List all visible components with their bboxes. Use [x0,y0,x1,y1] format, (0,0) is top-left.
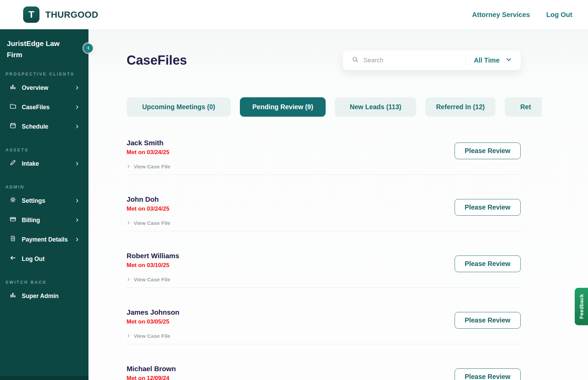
view-case-file-link[interactable]: View Case File [127,276,455,283]
sidebar-footer-strip [0,376,88,380]
gear-icon [10,196,16,205]
case-row: James Johnson Met on 03/05/25 View Case … [127,288,521,344]
section-switch-back: SWITCH BACK [5,280,83,285]
sidebar-item-label: Log Out [22,255,45,263]
view-case-file-label: View Case File [134,163,170,170]
case-info: Michael Brown Met on 12/09/24 View Case … [127,364,455,380]
please-review-button[interactable]: Please Review [455,312,521,329]
sidebar-item-label: Overview [22,84,48,92]
folder-icon [10,103,16,111]
chevron-left-icon [86,45,91,51]
search-input[interactable] [363,56,463,64]
sidebar-item-billing[interactable]: Billing [0,210,88,230]
sidebar-item-casefiles[interactable]: CaseFiles [0,97,88,117]
tab-clipped[interactable]: Ret [505,97,542,117]
case-row: John Doh Met on 03/24/25 View Case File … [127,175,521,231]
arrow-left-icon [10,254,16,263]
tab-pending-review[interactable]: Pending Review (9) [240,97,326,117]
case-met-date: Met on 03/10/25 [127,262,455,269]
chevron-right-icon [75,198,80,203]
thurgood-logo: T [23,6,39,23]
sidebar-item-label: Payment Details [22,236,68,243]
tab-new-leads[interactable]: New Leads (113) [335,97,416,117]
section-assets: ASSETS [5,148,83,152]
view-case-file-link[interactable]: View Case File [127,220,455,226]
main-content: CaseFiles All Time Upcoming Meetings (0)… [88,29,588,380]
please-review-button[interactable]: Please Review [455,143,521,159]
brand-name: THURGOOD [45,10,98,20]
view-case-file-label: View Case File [134,220,170,226]
case-met-date: Met on 03/24/25 [127,149,455,156]
please-review-button[interactable]: Please Review [455,255,521,272]
search-divider [466,54,466,66]
sidebar-item-log-out[interactable]: Log Out [0,249,88,268]
pencil-icon [10,159,16,168]
bar-chart-icon [10,83,16,92]
chevron-right-icon [127,163,131,170]
view-case-file-label: View Case File [134,276,170,283]
sidebar-item-payment-details[interactable]: $ Payment Details [0,230,88,249]
sidebar-item-label: Schedule [22,123,48,130]
logo-letter: T [28,9,34,20]
chevron-right-icon [127,333,131,339]
calendar-icon [10,122,16,131]
case-name: James Johnson [127,308,455,316]
case-row: Michael Brown Met on 12/09/24 View Case … [127,344,521,380]
feedback-tab[interactable]: Feedback [575,288,588,325]
search-icon [352,56,359,64]
case-met-date: Met on 03/24/25 [127,205,455,212]
sidebar-item-label: CaseFiles [22,103,50,111]
case-list: Jack Smith Met on 03/24/25 View Case Fil… [127,117,521,380]
sidebar-item-overview[interactable]: Overview [0,78,88,97]
sidebar-item-settings[interactable]: Settings [0,191,88,210]
case-info: Jack Smith Met on 03/24/25 View Case Fil… [127,138,455,170]
main-header: CaseFiles All Time [127,50,521,70]
sidebar-item-label: Super Admin [22,292,59,300]
view-case-file-link[interactable]: View Case File [127,163,455,170]
case-status-tabs: Upcoming Meetings (0) Pending Review (9)… [127,97,542,117]
section-admin: ADMIN [5,185,83,189]
please-review-button[interactable]: Please Review [455,199,521,216]
time-filter-label: All Time [474,56,500,64]
sidebar-item-label: Billing [22,216,40,224]
case-name: Robert Williams [127,251,455,260]
case-row: Jack Smith Met on 03/24/25 View Case Fil… [127,117,521,175]
please-review-button[interactable]: Please Review [455,368,521,380]
chevron-right-icon [127,220,131,226]
case-met-date: Met on 03/05/25 [127,318,455,325]
view-case-file-label: View Case File [134,333,170,339]
chevron-right-icon [75,124,80,129]
attorney-services-link[interactable]: Attorney Services [472,11,530,19]
sidebar-collapse-button[interactable] [84,44,93,53]
section-prospective-clients: PROSPECTIVE CLIENTS [5,72,83,77]
chevron-down-icon [506,56,512,64]
sidebar-item-super-admin[interactable]: Super Admin [0,286,88,305]
top-navigation: Attorney Services Log Out [472,11,588,19]
case-name: John Doh [127,195,455,203]
tab-referred-in[interactable]: Referred In (12) [425,97,495,117]
tab-upcoming-meetings[interactable]: Upcoming Meetings (0) [127,97,231,117]
case-row: Robert Williams Met on 03/10/25 View Cas… [127,231,521,288]
sidebar-item-label: Settings [22,197,45,204]
sidebar-item-intake[interactable]: Intake [0,154,88,173]
invoice-dollar-icon: $ [10,235,16,244]
case-met-date: Met on 12/09/24 [127,375,455,380]
case-info: John Doh Met on 03/24/25 View Case File [127,195,455,226]
feedback-label: Feedback [578,294,584,319]
time-filter-dropdown[interactable]: All Time [474,56,512,64]
chevron-right-icon [75,237,80,242]
page-title: CaseFiles [127,53,187,68]
chevron-right-icon [127,276,131,283]
firm-name: JuristEdge Law Firm [0,38,73,60]
chevron-right-icon [75,161,80,166]
view-case-file-link[interactable]: View Case File [127,333,455,339]
credit-card-icon [10,216,16,224]
chevron-right-icon [75,105,80,110]
chevron-right-icon [75,85,80,90]
sidebar-item-label: Intake [22,160,39,167]
top-bar: T THURGOOD Attorney Services Log Out [0,0,588,29]
sidebar-item-schedule[interactable]: Schedule [0,117,88,136]
case-info: James Johnson Met on 03/05/25 View Case … [127,308,455,339]
top-log-out-link[interactable]: Log Out [546,11,572,19]
bar-chart-icon [10,292,16,300]
